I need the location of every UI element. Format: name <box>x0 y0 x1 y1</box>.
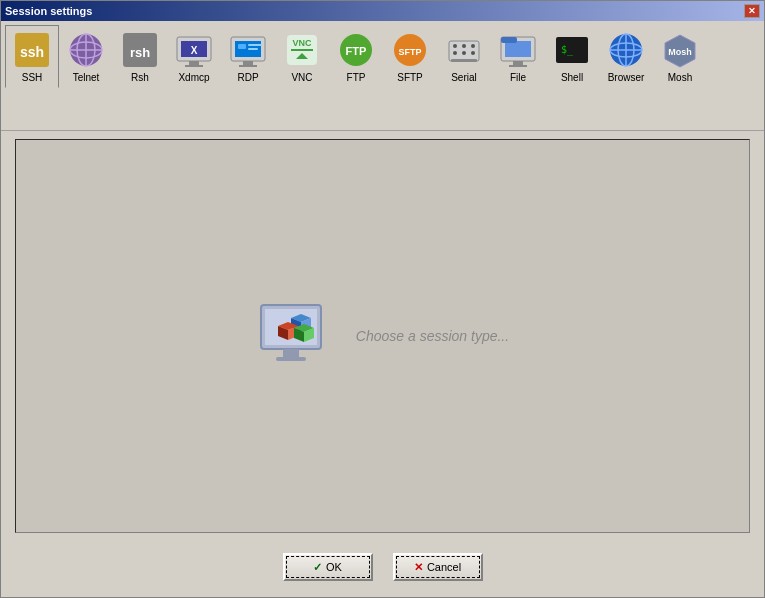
tab-shell[interactable]: $_ Shell <box>545 25 599 88</box>
session-settings-window: Session settings ✕ ssh SSH <box>0 0 765 598</box>
browser-icon <box>606 30 646 70</box>
svg-point-33 <box>462 51 466 55</box>
svg-rect-23 <box>291 49 313 51</box>
tab-mosh-label: Mosh <box>668 72 692 83</box>
svg-text:Mosh: Mosh <box>668 47 692 57</box>
cancel-button[interactable]: ✕ Cancel <box>393 553 483 581</box>
ftp-icon: FTP <box>336 30 376 70</box>
tab-ftp-label: FTP <box>347 72 366 83</box>
close-button[interactable]: ✕ <box>744 4 760 18</box>
svg-rect-13 <box>185 65 203 67</box>
tab-ssh[interactable]: ssh SSH <box>5 25 59 88</box>
svg-rect-54 <box>276 357 306 361</box>
placeholder-text: Choose a session type... <box>356 328 509 344</box>
tab-browser-label: Browser <box>608 72 645 83</box>
title-bar: Session settings ✕ <box>1 1 764 21</box>
xdmcp-icon: X <box>174 30 214 70</box>
content-area: Choose a session type... <box>15 139 750 533</box>
session-type-icon <box>256 300 336 372</box>
svg-rect-38 <box>505 41 531 57</box>
tab-file-label: File <box>510 72 526 83</box>
tab-rsh-label: Rsh <box>131 72 149 83</box>
tab-telnet[interactable]: Telnet <box>59 25 113 88</box>
shell-icon: $_ <box>552 30 592 70</box>
svg-rect-16 <box>238 44 246 49</box>
tab-xdmcp[interactable]: X Xdmcp <box>167 25 221 88</box>
tab-file[interactable]: File <box>491 25 545 88</box>
vnc-icon: VNC <box>282 30 322 70</box>
tab-sftp[interactable]: SFTP SFTP <box>383 25 437 88</box>
tab-rsh[interactable]: rsh Rsh <box>113 25 167 88</box>
cancel-icon: ✕ <box>414 561 423 574</box>
mosh-icon: Mosh <box>660 30 700 70</box>
tab-xdmcp-label: Xdmcp <box>178 72 209 83</box>
svg-text:VNC: VNC <box>292 38 312 48</box>
ok-label: OK <box>326 561 342 573</box>
tab-vnc[interactable]: VNC VNC <box>275 25 329 88</box>
svg-rect-18 <box>248 48 258 50</box>
rsh-icon: rsh <box>120 30 160 70</box>
tab-ssh-label: SSH <box>22 72 43 83</box>
button-bar: ✓ OK ✕ Cancel <box>1 541 764 597</box>
cancel-label: Cancel <box>427 561 461 573</box>
svg-point-30 <box>453 44 457 48</box>
session-type-toolbar: ssh SSH Telnet r <box>1 21 764 131</box>
telnet-icon <box>66 30 106 70</box>
serial-icon <box>444 30 484 70</box>
svg-text:FTP: FTP <box>346 45 367 57</box>
file-icon <box>498 30 538 70</box>
tab-telnet-label: Telnet <box>73 72 100 83</box>
tab-vnc-label: VNC <box>291 72 312 83</box>
ok-icon: ✓ <box>313 561 322 574</box>
tab-mosh[interactable]: Mosh Mosh <box>653 25 707 88</box>
svg-text:rsh: rsh <box>130 45 150 60</box>
title-bar-controls: ✕ <box>744 4 760 18</box>
svg-rect-19 <box>243 61 253 65</box>
svg-rect-20 <box>239 65 257 67</box>
tab-shell-label: Shell <box>561 72 583 83</box>
svg-rect-39 <box>501 37 517 43</box>
svg-rect-53 <box>283 349 299 357</box>
svg-point-34 <box>471 44 475 48</box>
svg-rect-36 <box>451 59 477 62</box>
svg-text:SFTP: SFTP <box>398 47 421 57</box>
svg-text:ssh: ssh <box>20 44 44 60</box>
tab-serial[interactable]: Serial <box>437 25 491 88</box>
tab-rdp-label: RDP <box>237 72 258 83</box>
svg-rect-41 <box>509 65 527 67</box>
ssh-icon: ssh <box>12 30 52 70</box>
svg-point-32 <box>462 44 466 48</box>
tab-serial-label: Serial <box>451 72 477 83</box>
svg-point-35 <box>471 51 475 55</box>
svg-rect-17 <box>248 44 262 46</box>
tab-rdp[interactable]: RDP <box>221 25 275 88</box>
tab-sftp-label: SFTP <box>397 72 423 83</box>
svg-text:X: X <box>191 45 198 56</box>
tab-ftp[interactable]: FTP FTP <box>329 25 383 88</box>
svg-text:$_: $_ <box>561 44 574 56</box>
svg-rect-12 <box>189 61 199 65</box>
rdp-icon <box>228 30 268 70</box>
ok-button[interactable]: ✓ OK <box>283 553 373 581</box>
tab-browser[interactable]: Browser <box>599 25 653 88</box>
sftp-icon: SFTP <box>390 30 430 70</box>
svg-rect-40 <box>513 61 523 65</box>
placeholder-content: Choose a session type... <box>256 300 509 372</box>
window-title: Session settings <box>5 5 92 17</box>
svg-point-31 <box>453 51 457 55</box>
